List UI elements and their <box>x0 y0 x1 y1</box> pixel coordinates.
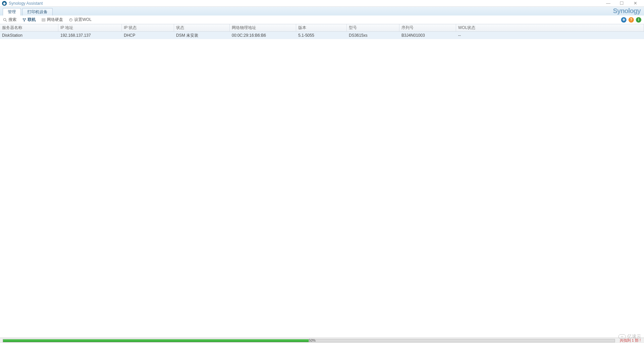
table-row[interactable]: DiskStation 192.168.137.137 DHCP DSM 未安装… <box>0 32 644 39</box>
tab-row: 管理 打印机设备 Synology <box>0 7 644 15</box>
col-label: WOL状态 <box>458 25 475 31</box>
cell-wol-status: -- <box>456 33 644 38</box>
power-icon <box>68 18 73 22</box>
col-label: 型号 <box>349 25 357 31</box>
set-wol-button[interactable]: 设置WOL <box>68 17 91 23</box>
col-label: IP 地址 <box>60 25 73 31</box>
search-button[interactable]: 搜索 <box>3 17 17 23</box>
progress-text: 50% <box>309 339 315 342</box>
toolbar-right-icons: ✲ ? i <box>621 17 641 23</box>
col-model[interactable]: 型号 <box>347 24 399 31</box>
col-wol-status[interactable]: WOL状态 <box>456 24 644 31</box>
window-title: Synology Assistant <box>9 1 43 6</box>
connect-button[interactable]: 联机 <box>22 17 36 23</box>
col-label: 序列号 <box>401 25 414 31</box>
col-server-name[interactable]: 服务器名称 <box>0 24 58 31</box>
search-icon <box>3 18 7 22</box>
info-icon[interactable]: i <box>636 17 641 23</box>
found-count-text: 共找到 1 部 ! <box>616 338 644 343</box>
table-body: DiskStation 192.168.137.137 DHCP DSM 未安装… <box>0 32 644 39</box>
help-icon[interactable]: ? <box>628 17 634 23</box>
svg-line-1 <box>6 21 7 22</box>
brand-logo: Synology <box>613 7 641 15</box>
toolbar: 搜索 联机 网络硬盘 设置WOL ✲ ? i <box>0 15 644 24</box>
server-table: 服务器名称 IP 地址 IP 状态 状态 网络物理地址 版本 型号 序列号 WO… <box>0 24 644 39</box>
close-button[interactable]: ✕ <box>632 1 639 6</box>
progress-fill <box>3 339 309 342</box>
cell-status: DSM 未安装 <box>174 33 230 38</box>
col-ip-address[interactable]: IP 地址 <box>58 24 122 31</box>
col-serial[interactable]: 序列号 <box>399 24 456 31</box>
cell-mac: 00:0C:29:16:B6:B6 <box>230 33 296 38</box>
toolbar-label: 网络硬盘 <box>47 17 63 23</box>
col-label: 网络物理地址 <box>232 25 256 31</box>
svg-rect-6 <box>42 20 45 21</box>
cell-version: 5.1-5055 <box>296 33 347 38</box>
col-label: 状态 <box>176 25 184 31</box>
minimize-button[interactable]: — <box>605 1 612 6</box>
cell-model: DS3615xs <box>347 33 399 38</box>
network-drive-button[interactable]: 网络硬盘 <box>41 17 63 23</box>
table-header: 服务器名称 IP 地址 IP 状态 状态 网络物理地址 版本 型号 序列号 WO… <box>0 24 644 32</box>
toolbar-label: 搜索 <box>8 17 17 23</box>
tab-label: 打印机设备 <box>27 9 48 15</box>
col-ip-status[interactable]: IP 状态 <box>122 24 174 31</box>
col-version[interactable]: 版本 <box>296 24 347 31</box>
connect-icon <box>22 18 26 22</box>
cell-ip-address: 192.168.137.137 <box>58 33 122 38</box>
toolbar-label: 设置WOL <box>74 17 91 23</box>
toolbar-label: 联机 <box>28 17 36 23</box>
col-label: 版本 <box>298 25 306 31</box>
settings-icon[interactable]: ✲ <box>621 17 626 23</box>
svg-point-0 <box>3 18 6 21</box>
col-status[interactable]: 状态 <box>174 24 230 31</box>
progress-bar: 50% <box>3 339 615 342</box>
title-bar: ◉ Synology Assistant — ☐ ✕ <box>0 0 644 7</box>
col-label: 服务器名称 <box>2 25 22 31</box>
network-drive-icon <box>41 18 46 22</box>
svg-rect-5 <box>42 19 45 20</box>
cell-serial: B3J4N01003 <box>399 33 456 38</box>
app-icon: ◉ <box>2 1 7 6</box>
col-mac[interactable]: 网络物理地址 <box>230 24 296 31</box>
status-footer: 50% 共找到 1 部 ! <box>0 338 644 343</box>
cell-ip-status: DHCP <box>122 33 174 38</box>
tab-label: 管理 <box>8 9 16 15</box>
col-label: IP 状态 <box>124 25 137 31</box>
maximize-button[interactable]: ☐ <box>618 1 625 6</box>
tab-printer[interactable]: 打印机设备 <box>22 8 53 15</box>
cell-server-name: DiskStation <box>0 33 58 38</box>
tab-manage[interactable]: 管理 <box>3 8 21 15</box>
window-controls: — ☐ ✕ <box>605 1 642 6</box>
